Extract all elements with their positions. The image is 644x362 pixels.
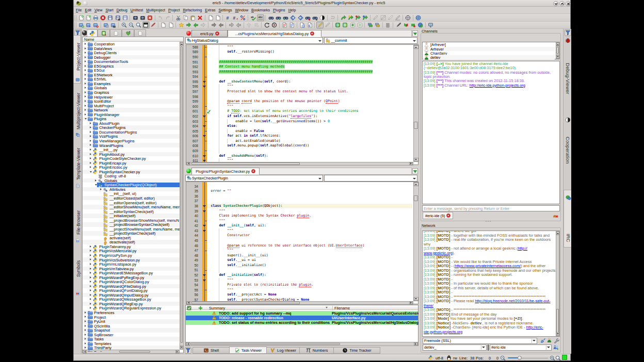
- tree-item[interactable]: SyntaxCheckerPlugin(QObject): [83, 183, 180, 187]
- tree-item[interactable]: PluginEricdoc.py: [83, 165, 180, 170]
- toolbar-button-bookmark-toggle[interactable]: [178, 22, 185, 28]
- toolbar-button-doc-col2[interactable]: 1">: [288, 22, 296, 28]
- toolbar-button-clear-search[interactable]: [319, 14, 326, 21]
- scroll-up-button[interactable]: [414, 183, 418, 186]
- tree-item[interactable]: Preferences: [83, 310, 180, 315]
- tree-item[interactable]: __projectSyntaxCheck(self): [83, 231, 180, 236]
- tree-item[interactable]: Graphics: [83, 90, 180, 95]
- task-row[interactable]: TODO: release - reenable redirectionUI/U…: [186, 316, 418, 320]
- channel-tab[interactable]: #eric-ide (5): [423, 212, 453, 219]
- scroll-left-button[interactable]: [83, 350, 87, 353]
- tree-expand-arrow[interactable]: [85, 329, 86, 331]
- toolbar-button-goto-line[interactable]: #: [224, 14, 232, 21]
- tree-item[interactable]: Cooperation: [83, 42, 180, 46]
- toolbar-button-stack2[interactable]: [374, 22, 381, 28]
- tree-expand-arrow[interactable]: [90, 250, 91, 252]
- tree-expand-arrow[interactable]: [90, 144, 91, 146]
- fold-collapse-icon[interactable]: [202, 134, 207, 139]
- toolbar-button-pencil-dark[interactable]: [395, 22, 402, 28]
- toolbar-button-delete[interactable]: [197, 14, 204, 21]
- toolbar-button-doc-a[interactable]: [160, 22, 167, 28]
- tree-item[interactable]: DebugClients: [83, 51, 180, 55]
- toolbar-button-save-all[interactable]: [121, 14, 128, 21]
- toolbar-button-api-doc[interactable]: 1">E: [306, 22, 313, 28]
- scroll-up-button[interactable]: [414, 45, 418, 49]
- toolbar-button-draw[interactable]: [150, 22, 157, 28]
- tree-item[interactable]: VcsPlugins: [83, 134, 180, 139]
- tree-item[interactable]: AboutPlugin: [83, 121, 180, 126]
- tree-item[interactable]: Helpviewer: [83, 94, 180, 99]
- toolbar-button-search-next[interactable]: [275, 14, 282, 21]
- toolbar-button-copy[interactable]: [182, 14, 189, 21]
- tree-expand-arrow[interactable]: [90, 157, 91, 159]
- tree-expand-arrow[interactable]: [90, 298, 91, 300]
- users-scrollbar[interactable]: [556, 42, 560, 59]
- menu-multiproject[interactable]: Multiproject: [144, 7, 167, 13]
- tool-tab-numbers[interactable]: Numbers: [299, 347, 334, 354]
- class-combo[interactable]: HgStatusDialog: [185, 37, 323, 44]
- scroll-up-button[interactable]: [556, 232, 559, 235]
- tree-expand-arrow[interactable]: [85, 342, 86, 344]
- minimize-button[interactable]: [553, 1, 558, 6]
- editor-vertical-scrollbar[interactable]: [413, 182, 419, 301]
- class-combo[interactable]: SyntaxCheckerPlugin: [185, 175, 323, 182]
- menu-view[interactable]: View: [93, 7, 104, 13]
- tree-expand-arrow[interactable]: [90, 254, 91, 256]
- tree-expand-arrow[interactable]: [85, 100, 86, 102]
- nick-combo[interactable]: detlev_: [423, 344, 487, 351]
- fold-collapse-icon[interactable]: [202, 114, 207, 119]
- status-writeable[interactable]: rw: [453, 356, 457, 360]
- tree-item[interactable]: PluginVcsMercurial.py: [83, 249, 180, 253]
- tree-item[interactable]: PluginWizardQRegularExpression.py: [83, 306, 180, 310]
- tree-item[interactable]: Tasks: [83, 337, 180, 341]
- toolbar-button-up[interactable]: [246, 22, 253, 28]
- tool-tab-shell[interactable]: Shell: [192, 347, 230, 354]
- editor-tab-list-button[interactable]: [412, 168, 418, 174]
- tree-expand-arrow[interactable]: [85, 56, 86, 58]
- tree-expand-arrow[interactable]: [85, 311, 86, 314]
- menu-window[interactable]: Window: [234, 7, 250, 13]
- tree-expand-arrow[interactable]: [90, 281, 91, 283]
- tree-item[interactable]: deactivate(self): [83, 240, 180, 244]
- menu-plugins[interactable]: Plugins: [271, 7, 287, 13]
- sidebar-tab-irc[interactable]: IRC: [564, 190, 571, 248]
- tree-item[interactable]: __editorOpened(self, editor): [83, 200, 180, 205]
- tree-expand-arrow[interactable]: [85, 95, 86, 97]
- tree-item[interactable]: __editorShowMenu(self, menuName, men: [83, 205, 180, 209]
- toolbar-button-project-save[interactable]: 1">: [103, 22, 110, 28]
- scroll-left-button[interactable]: [187, 162, 190, 166]
- tree-item[interactable]: Snapshot: [83, 328, 180, 333]
- editor-text-area[interactable]: """ self.__restoreMissing() ############…: [207, 45, 412, 162]
- tree-item[interactable]: PluginVcsSubversion.py: [83, 257, 180, 262]
- tree-expand-arrow[interactable]: [90, 149, 91, 151]
- tree-item[interactable]: PluginWizardPyRegExp.py: [83, 275, 180, 280]
- tree-item[interactable]: PluginManager: [83, 112, 180, 117]
- toolbar-button-search-prev[interactable]: [282, 14, 289, 21]
- toolbar-button-search-doc[interactable]: [207, 14, 214, 21]
- toolbar-button-trash[interactable]: [384, 22, 392, 28]
- tree-expand-arrow[interactable]: [90, 245, 91, 248]
- tree-expand-arrow[interactable]: [85, 113, 86, 116]
- tree-item[interactable]: PluginSyntaxChecker.py: [83, 170, 180, 174]
- tree-expand-arrow[interactable]: [90, 268, 91, 270]
- tree-expand-arrow[interactable]: [85, 338, 86, 340]
- toolbar-button-run-project[interactable]: 1">: [347, 14, 354, 21]
- menu-edit[interactable]: Edit: [84, 7, 93, 13]
- tree-collapse-arrow[interactable]: [90, 171, 92, 173]
- zoom-slider-handle[interactable]: [518, 356, 522, 360]
- fold-collapse-icon[interactable]: [202, 124, 207, 129]
- menu-start[interactable]: Start: [104, 7, 115, 13]
- tree-item[interactable]: ViewManagerPlugins: [83, 139, 180, 143]
- tree-header-name[interactable]: Name: [83, 37, 183, 42]
- tree-expand-arrow[interactable]: [90, 122, 91, 124]
- member-combo[interactable]: [324, 175, 417, 182]
- scroll-right-button[interactable]: [175, 350, 179, 353]
- scroll-down-button[interactable]: [414, 158, 418, 161]
- tree-item[interactable]: DataViews: [83, 46, 180, 51]
- fold-collapse-icon[interactable]: [202, 273, 207, 278]
- toolbar-button-project-save-as[interactable]: 1">M: [110, 22, 117, 28]
- menu-help[interactable]: Help: [287, 7, 298, 13]
- sidebar-tab-template-viewer[interactable]: Template-Viewer: [74, 140, 81, 193]
- scroll-left-button[interactable]: [186, 342, 190, 345]
- tree-item[interactable]: __projectShowMenu(self, menuName, me: [83, 227, 180, 232]
